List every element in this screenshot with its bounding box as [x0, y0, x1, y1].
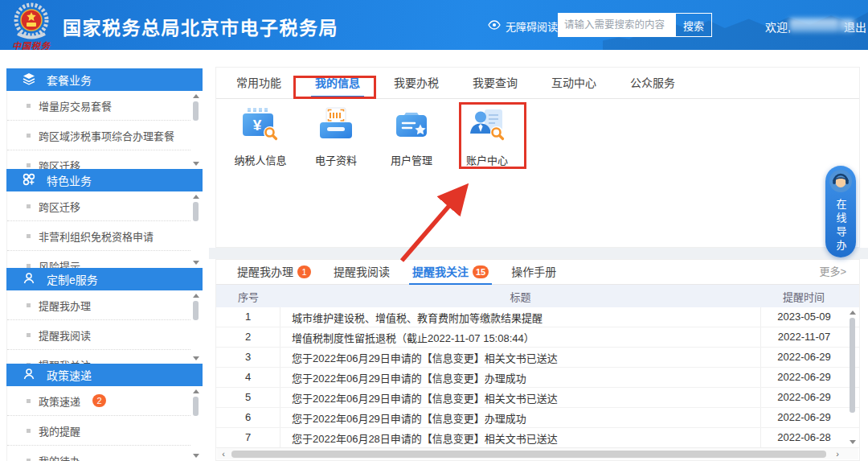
sidebar-item-label: 提醒我阅读 [39, 327, 91, 343]
table-row[interactable]: 4 您于2022年06月29日申请的【信息变更】办理成功 2022-06-29 [216, 368, 859, 388]
tab-interaction-center[interactable]: 互动中心 [534, 68, 613, 98]
guide-button-label: 在线导办 [833, 199, 849, 253]
sidebar-item-label: 我的待办 [39, 453, 80, 461]
more-link[interactable]: 更多> [819, 260, 846, 284]
accessibility-label: 无障碍阅读 [506, 19, 558, 34]
sidebar-item-label: 我的提醒 [39, 423, 80, 438]
quick-link-user-management[interactable]: 用户管理 [374, 106, 449, 167]
scrollbar-thumb[interactable] [231, 451, 826, 458]
scrollbar-thumb[interactable] [850, 318, 855, 413]
search-box: 搜索 [558, 13, 712, 37]
chevron-right-icon[interactable]: › [831, 448, 844, 459]
chevron-up-icon[interactable] [193, 389, 199, 393]
table-row[interactable]: 6 您于2022年06月29日申请的【信息变更】办理成功 2022-06-29 [216, 408, 859, 428]
row-date: 2022-06-29 [760, 348, 847, 367]
search-input[interactable] [558, 13, 675, 37]
sidebar-section-special-business[interactable]: 特色业务 [6, 169, 203, 191]
account-center-icon [468, 106, 506, 146]
sidebar-item[interactable]: 非营利组织免税资格申请 [7, 221, 190, 251]
notification-badge: 1 [297, 265, 311, 278]
welcome-label: 欢迎, [765, 19, 791, 35]
sidebar-scrollbar[interactable] [191, 192, 202, 267]
table-vertical-scrollbar[interactable] [847, 308, 858, 447]
chevron-up-icon[interactable] [193, 195, 199, 199]
sidebar-item[interactable]: 政策速递 2 [7, 386, 190, 416]
scrollbar-thumb[interactable] [193, 301, 199, 320]
sidebar-item[interactable]: 增量房交易套餐 [7, 91, 190, 121]
row-title: 您于2022年06月29日申请的【信息变更】相关文书已送达 [280, 350, 760, 365]
sidebar-item[interactable]: 提醒我办理 [7, 290, 190, 320]
row-date: 2022-06-28 [760, 428, 847, 447]
tab-public-service[interactable]: 公众服务 [613, 68, 692, 98]
chevron-down-icon[interactable] [193, 162, 199, 166]
tab-common-functions[interactable]: 常用功能 [219, 68, 298, 98]
quick-link-label: 账户中心 [466, 152, 508, 167]
sidebar-item[interactable]: 提醒我阅读 [7, 320, 190, 350]
quick-link-e-documents[interactable]: 电子资料 [298, 106, 374, 167]
user-management-icon [392, 106, 431, 146]
scrollbar-thumb[interactable] [193, 397, 199, 416]
sidebar-item-list: 跨区迁移 非营利组织免税资格申请 风险提示 [6, 191, 203, 268]
sidebar-section-custom-eservice[interactable]: 定制e服务 [6, 268, 203, 290]
chevron-up-icon[interactable] [193, 94, 199, 98]
tab-remind-me-read[interactable]: 提醒我阅读 [322, 260, 401, 284]
row-index: 1 [216, 307, 280, 327]
bullet-icon [27, 134, 31, 138]
row-date: 2022-06-29 [760, 368, 847, 387]
chevron-down-icon[interactable] [193, 261, 199, 265]
table-row[interactable]: 7 您于2022年06月28日申请的【信息变更】相关文书已送达 2022-06-… [216, 428, 859, 448]
bullet-icon [27, 399, 31, 403]
online-guide-button[interactable]: 在线导办 [825, 166, 856, 257]
bullet-icon [27, 333, 31, 337]
row-date: 2022-06-29 [760, 408, 847, 427]
chevron-up-icon[interactable] [193, 294, 199, 298]
sidebar-scrollbar[interactable] [191, 387, 202, 460]
sidebar-item[interactable]: 我的待办 [7, 446, 190, 461]
sidebar-item[interactable]: 我的提醒 [7, 416, 190, 446]
tab-tax-handling[interactable]: 我要办税 [377, 68, 456, 98]
tab-remind-me-handle[interactable]: 提醒我办理 1 [226, 260, 322, 284]
tab-my-information[interactable]: 我的信息 [298, 68, 377, 98]
tab-label: 提醒我办理 [237, 260, 293, 284]
accessibility-toggle[interactable]: 无障碍阅读 [488, 19, 558, 34]
chevron-up-icon[interactable] [850, 311, 856, 315]
sidebar-scrollbar[interactable] [191, 92, 202, 168]
notification-badge: 15 [473, 265, 489, 278]
tab-operation-manual[interactable]: 操作手册 [500, 260, 567, 284]
quick-link-account-center[interactable]: 账户中心 [449, 106, 525, 167]
e-document-icon [317, 106, 355, 146]
chevron-down-icon[interactable] [193, 454, 199, 458]
row-index: 5 [216, 388, 280, 407]
tab-inquiry[interactable]: 我要查询 [456, 68, 534, 98]
chevron-down-icon[interactable] [850, 440, 856, 444]
sidebar-scrollbar[interactable] [191, 291, 202, 363]
sidebar-section-combo-business[interactable]: 套餐业务 [6, 68, 203, 91]
table-row[interactable]: 5 您于2022年06月29日申请的【信息变更】相关文书已送达 2022-06-… [216, 388, 859, 408]
tab-remind-me-follow[interactable]: 提醒我关注 15 [401, 260, 500, 284]
sidebar-item[interactable]: 跨区迁移 [7, 191, 190, 221]
sidebar-item-list: 政策速递 2 我的提醒 我的待办 [6, 386, 203, 461]
table-row[interactable]: 2 增值税制度性留抵退税（截止2022-11-07 15:08:44） 2022… [216, 327, 859, 348]
sidebar-item-label: 风险提示 [39, 258, 80, 269]
sidebar-item[interactable]: 风险提示 [7, 251, 190, 268]
sidebar-item[interactable]: 提醒我关注 [7, 350, 190, 364]
table-horizontal-scrollbar[interactable]: ‹ › [217, 447, 858, 459]
scrollbar-thumb[interactable] [193, 202, 199, 221]
main-tab-bar: 常用功能 我的信息 我要办税 我要查询 互动中心 公众服务 [216, 68, 859, 99]
notification-badge: 2 [92, 394, 106, 407]
scrollbar-thumb[interactable] [193, 101, 199, 121]
guide-avatar-icon [829, 169, 853, 196]
search-button[interactable]: 搜索 [675, 13, 712, 37]
quick-link-taxpayer-info[interactable]: ¥ 纳税人信息 [223, 106, 298, 167]
bullet-icon [27, 264, 31, 268]
quick-link-row: ¥ 纳税人信息 电子资料 [223, 106, 525, 167]
row-title: 您于2022年06月29日申请的【信息变更】办理成功 [280, 410, 760, 426]
chevron-down-icon[interactable] [193, 356, 199, 360]
grid-icon [23, 173, 35, 188]
table-row[interactable]: 1 城市维护建设税、增值税、教育费附加等缴款结果提醒 2023-05-09 [216, 307, 859, 327]
sidebar-section-policy-express[interactable]: 政策速递 [6, 364, 203, 386]
chevron-left-icon[interactable]: ‹ [217, 448, 230, 459]
sidebar-item[interactable]: 跨区迁移 [7, 150, 190, 169]
sidebar-item[interactable]: 跨区域涉税事项综合办理套餐 [7, 121, 190, 150]
table-row[interactable]: 3 您于2022年06月29日申请的【信息变更】相关文书已送达 2022-06-… [216, 348, 859, 368]
